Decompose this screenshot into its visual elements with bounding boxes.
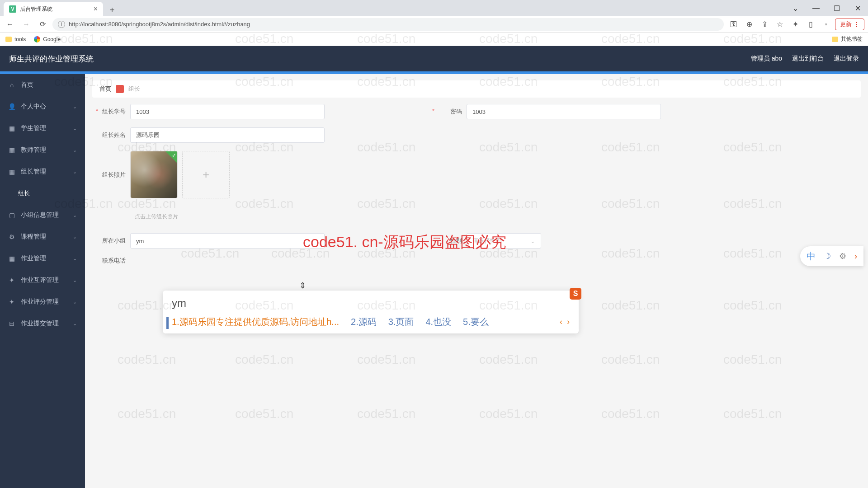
site-info-icon[interactable]: i xyxy=(58,21,65,28)
folder-icon xyxy=(832,37,838,42)
grid-icon: ▦ xyxy=(8,146,15,154)
chevron-down-icon: ⌄ xyxy=(73,256,77,262)
zoom-icon[interactable]: ⊕ xyxy=(743,18,755,31)
key-icon[interactable]: ⚿ xyxy=(727,18,740,31)
sidebar-item-teachers[interactable]: ▦ 教师管理 ⌄ xyxy=(0,139,85,161)
sidebar: ⌂ 首页 👤 个人中心 ⌄ ▦ 学生管理 ⌄ ▦ 教师管理 ⌄ ▦ 组长管理 xyxy=(0,74,85,488)
app-topbar: 师生共评的作业管理系统 管理员 abo 退出到前台 退出登录 xyxy=(0,46,868,71)
favicon-icon: V xyxy=(9,5,16,13)
app-title: 师生共评的作业管理系统 xyxy=(9,54,94,64)
sidebar-item-assignments[interactable]: ▦ 作业管理 ⌄ xyxy=(0,248,85,269)
update-button[interactable]: 更新⋮ xyxy=(835,19,864,30)
sidebar-item-groups[interactable]: ▢ 小组信息管理 ⌄ xyxy=(0,204,85,226)
logout-link[interactable]: 退出登录 xyxy=(834,55,859,63)
ime-candidate-5[interactable]: 5.要么 xyxy=(463,316,489,328)
chevron-down-icon: ⌄ xyxy=(73,126,77,131)
input-password[interactable] xyxy=(467,104,661,119)
ime-next-icon[interactable]: › xyxy=(567,317,570,327)
list-icon: ▦ xyxy=(8,125,15,132)
bookmark-tools[interactable]: tools xyxy=(5,36,26,42)
input-group[interactable] xyxy=(130,233,325,249)
bookmark-google[interactable]: Google xyxy=(34,36,61,42)
sidebar-subitem-leader[interactable]: 组长 xyxy=(0,183,85,204)
photo-thumbnail[interactable] xyxy=(130,151,178,198)
breadcrumb-sep-icon xyxy=(116,85,124,93)
ime-toolbar[interactable]: 中 ☽ ⚙ › xyxy=(800,246,863,266)
star-icon: ✦ xyxy=(8,277,15,284)
browser-toolbar: ← → ⟳ i http://localhost:8080/springboot… xyxy=(0,16,868,33)
sidebar-item-grading[interactable]: ✦ 作业评分管理 ⌄ xyxy=(0,291,85,313)
chevron-down-icon: ⌄ xyxy=(73,212,77,218)
chevron-down-icon: ⌄ xyxy=(530,238,535,244)
chevron-down-icon: ⌄ xyxy=(73,299,77,305)
breadcrumb-current: 组长 xyxy=(128,85,140,93)
chevron-down-icon: ⌄ xyxy=(73,104,77,110)
grid-icon: ▦ xyxy=(8,168,15,175)
window-controls: ⌄ — ☐ ✕ xyxy=(785,0,868,16)
input-name[interactable] xyxy=(130,127,325,143)
back-button[interactable]: ← xyxy=(4,18,16,31)
address-bar[interactable]: i http://localhost:8080/springbootj8m2s/… xyxy=(52,18,724,31)
chevron-down-icon: ⌄ xyxy=(73,147,77,153)
doc-icon: ▢ xyxy=(8,211,15,219)
bookmark-other[interactable]: 其他书签 xyxy=(832,35,863,43)
label-phone: 联系电话 xyxy=(92,257,130,265)
user-icon: 👤 xyxy=(8,103,15,110)
user-label[interactable]: 管理员 abo xyxy=(751,55,782,63)
label-password: 密码 xyxy=(429,108,467,116)
bookmark-star-icon[interactable]: ☆ xyxy=(774,18,786,31)
main-content: 首页 组长 组长学号 密码 组长姓名 xyxy=(85,74,868,488)
tab-title: 后台管理系统 xyxy=(20,5,52,13)
add-photo-button[interactable]: + xyxy=(182,151,230,198)
ime-moon-icon[interactable]: ☽ xyxy=(824,251,831,261)
close-window-icon[interactable]: ✕ xyxy=(847,0,868,16)
grid-icon: ▦ xyxy=(8,255,15,262)
forward-button[interactable]: → xyxy=(20,18,33,31)
label-student-id: 组长学号 xyxy=(92,108,130,116)
sidebar-item-courses[interactable]: ⚙ 课程管理 ⌄ xyxy=(0,226,85,248)
ime-candidate-3[interactable]: 3.页面 xyxy=(388,316,414,328)
chevron-down-icon: ⌄ xyxy=(73,169,77,175)
sidepanel-icon[interactable]: ▯ xyxy=(804,18,817,31)
ime-candidate-popup: S ym 1.源码乐园专注提供优质源码,访问地址h... 2.源码 3.页面 4… xyxy=(163,291,579,333)
ime-typed-text: ym xyxy=(172,297,570,310)
google-icon xyxy=(34,36,40,42)
browser-tab[interactable]: V 后台管理系统 × xyxy=(4,2,103,16)
chevron-down-icon: ⌄ xyxy=(73,321,77,327)
sidebar-item-submission[interactable]: ⊟ 作业提交管理 ⌄ xyxy=(0,313,85,334)
input-student-id[interactable] xyxy=(130,104,325,119)
ime-settings-icon[interactable]: ⚙ xyxy=(839,251,846,261)
sidebar-item-profile[interactable]: 👤 个人中心 ⌄ xyxy=(0,96,85,117)
reload-button[interactable]: ⟳ xyxy=(36,18,49,31)
photo-hint: 点击上传组长照片 xyxy=(135,213,861,221)
url-text: http://localhost:8080/springbootj8m2s/ad… xyxy=(69,21,250,28)
share-icon[interactable]: ⇪ xyxy=(758,18,771,31)
extensions-icon[interactable]: ✦ xyxy=(789,18,802,31)
close-tab-icon[interactable]: × xyxy=(94,5,98,13)
window-dropdown-icon[interactable]: ⌄ xyxy=(785,0,806,16)
gear-icon: ⚙ xyxy=(8,233,15,240)
sidebar-item-peer-review[interactable]: ✦ 作业互评管理 ⌄ xyxy=(0,269,85,291)
ime-candidate-1[interactable]: 1.源码乐园专注提供优质源码,访问地址h... xyxy=(172,316,339,328)
select-gender[interactable]: 请选择性别 ⌄ xyxy=(467,233,541,249)
ime-expand-icon[interactable]: › xyxy=(854,252,857,261)
label-group: 所在小组 xyxy=(92,237,130,245)
breadcrumb-home[interactable]: 首页 xyxy=(99,85,111,93)
label-name: 组长姓名 xyxy=(92,131,130,139)
sidebar-item-students[interactable]: ▦ 学生管理 ⌄ xyxy=(0,117,85,139)
label-photo: 组长照片 xyxy=(92,171,130,179)
inbox-icon: ⊟ xyxy=(8,320,15,327)
sidebar-item-home[interactable]: ⌂ 首页 xyxy=(0,74,85,96)
ime-candidate-2[interactable]: 2.源码 xyxy=(351,316,377,328)
new-tab-button[interactable]: + xyxy=(106,4,118,16)
ime-prev-icon[interactable]: ‹ xyxy=(560,317,562,327)
ime-lang-toggle[interactable]: 中 xyxy=(807,250,816,263)
ime-candidate-4[interactable]: 4.也没 xyxy=(425,316,451,328)
breadcrumb: 首页 组长 xyxy=(92,80,861,98)
minimize-icon[interactable]: — xyxy=(806,0,826,16)
maximize-icon[interactable]: ☐ xyxy=(826,0,847,16)
browser-tab-strip: V 后台管理系统 × + ⌄ — ☐ ✕ xyxy=(0,0,868,16)
profile-icon[interactable]: ◦ xyxy=(820,18,832,31)
sidebar-item-leaders[interactable]: ▦ 组长管理 ⌄ xyxy=(0,161,85,183)
to-front-link[interactable]: 退出到前台 xyxy=(792,55,824,63)
